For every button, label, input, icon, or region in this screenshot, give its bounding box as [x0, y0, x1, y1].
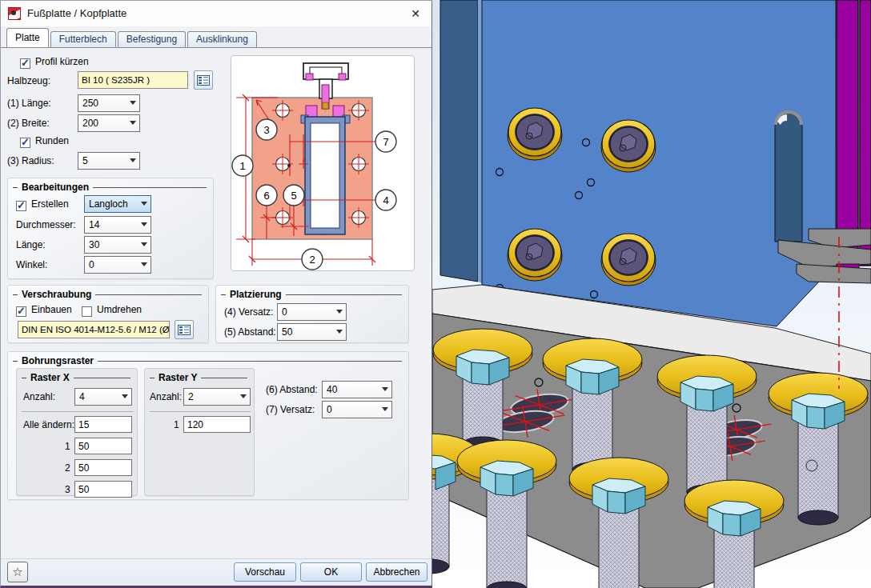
durchmesser-combo[interactable]: 14	[84, 216, 151, 234]
breite-combo[interactable]: 200	[78, 114, 140, 132]
laenge2-combo[interactable]: 30	[84, 236, 151, 254]
tab-ausklinkung[interactable]: Ausklinkung	[187, 31, 257, 47]
chevron-down-icon[interactable]	[122, 394, 128, 398]
tab-futterblech[interactable]: Futterblech	[50, 31, 116, 47]
halbzeug-field[interactable]: BI 10 ( S235JR )	[78, 71, 188, 89]
ok-button[interactable]: OK	[300, 562, 362, 582]
group-title: Platzierung	[230, 289, 282, 300]
breite-label: (2) Breite:	[7, 118, 50, 129]
tab-platte[interactable]: Platte	[6, 28, 49, 47]
chevron-down-icon[interactable]	[141, 262, 147, 266]
channel-profile	[301, 115, 350, 234]
chevron-down-icon[interactable]	[130, 101, 136, 105]
svg-text:6: 6	[263, 190, 269, 202]
plate-preview-panel: 1 2 3 4 5 6 7	[231, 55, 415, 271]
vorschau-button[interactable]: Vorschau	[234, 562, 296, 582]
laenge-label: (1) Länge:	[7, 98, 51, 109]
raster-x-row3-input[interactable]	[74, 481, 132, 498]
group-bearbeitungen: Bearbeitungen Erstellen Langloch Durchme…	[7, 178, 214, 279]
cad-3d-scene[interactable]	[432, 0, 871, 588]
anzahl-y-label: Anzahl:	[150, 391, 182, 402]
chevron-down-icon[interactable]	[382, 407, 388, 411]
svg-text:5: 5	[291, 190, 296, 202]
table-icon	[197, 75, 210, 86]
group-verschraubung: Verschraubung Einbauen Umdrehen DIN EN I…	[7, 285, 209, 343]
chevron-down-icon[interactable]	[382, 387, 388, 391]
plate-preview-diagram: 1 2 3 4 5 6 7	[231, 56, 414, 270]
svg-text:2: 2	[309, 254, 315, 266]
umdrehen-label: Umdrehen	[97, 304, 142, 315]
versatz4-label: (4) Versatz:	[224, 306, 273, 318]
runden-checkbox[interactable]	[20, 138, 30, 148]
group-bohrungsraster: Bohrungsraster Raster X Anzahl: 4 Alle ä…	[7, 351, 409, 500]
chevron-down-icon[interactable]	[336, 330, 343, 334]
group-platzierung: Platzierung (4) Versatz: 0 (5) Abstand: …	[215, 285, 409, 343]
close-icon[interactable]: ✕	[406, 5, 425, 22]
svg-text:7: 7	[383, 136, 388, 148]
laenge-combo[interactable]: 250	[78, 94, 140, 112]
svg-text:3: 3	[263, 124, 269, 136]
raster-x-row2-label: 2	[65, 462, 70, 474]
chevron-down-icon[interactable]	[130, 158, 136, 162]
group-title: Raster X	[30, 372, 70, 383]
versatz4-combo[interactable]: 0	[277, 303, 347, 321]
favorite-button[interactable]: ☆	[7, 562, 28, 582]
chevron-down-icon[interactable]	[336, 310, 343, 314]
raster-x-row2-input[interactable]	[74, 459, 132, 476]
chevron-down-icon[interactable]	[141, 222, 147, 226]
anzahl-x-label: Anzahl:	[23, 391, 55, 402]
chevron-down-icon[interactable]	[141, 242, 147, 246]
schraube-browse-button[interactable]	[175, 320, 194, 339]
abstand6-label: (6) Abstand:	[266, 384, 318, 395]
bearbeitung-art-combo[interactable]: Langloch	[84, 195, 151, 213]
group-title: Bohrungsraster	[22, 355, 94, 366]
dialog-titlebar[interactable]: Fußplatte / Kopfplatte ✕	[1, 1, 431, 26]
magenta-panels	[837, 0, 871, 266]
halbzeug-label: Halbzeug:	[7, 75, 50, 86]
dialog-footer: ☆ Vorschau OK Abbrechen	[1, 558, 431, 586]
einbauen-checkbox[interactable]	[16, 306, 26, 317]
alle-aendern-input[interactable]	[74, 416, 132, 433]
profil-kuerzen-checkbox[interactable]	[20, 58, 30, 69]
halbzeug-browse-button[interactable]	[194, 70, 213, 90]
divider	[150, 411, 251, 412]
chevron-down-icon[interactable]	[240, 394, 247, 398]
abstand5-label: (5) Abstand:	[224, 326, 276, 338]
raster-x-row3-label: 3	[65, 484, 70, 495]
tab-befestigung[interactable]: Befestigung	[118, 31, 186, 47]
winkel-combo[interactable]: 0	[84, 256, 151, 274]
erstellen-checkbox[interactable]	[16, 201, 26, 211]
raster-x-row1-input[interactable]	[74, 438, 132, 454]
chevron-down-icon[interactable]	[141, 202, 147, 206]
schraube-field[interactable]: DIN EN ISO 4014-M12-5.6 / M12 (Ø	[18, 321, 170, 338]
umdrehen-checkbox[interactable]	[82, 306, 92, 317]
svg-text:4: 4	[383, 194, 388, 206]
anzahl-y-combo[interactable]: 2	[183, 388, 251, 406]
raster-y-row1-input[interactable]	[183, 416, 251, 433]
cad-3d-viewport[interactable]	[432, 0, 871, 588]
app-icon	[8, 7, 21, 20]
raster-y-row1-label: 1	[174, 419, 179, 430]
radius-combo[interactable]: 5	[78, 152, 140, 170]
radius-label: (3) Radius:	[7, 155, 54, 166]
screen: Fußplatte / Kopfplatte ✕ Platte Futterbl…	[0, 0, 871, 588]
abstand6-combo[interactable]: 40	[322, 381, 392, 398]
runden-label: Runden	[35, 135, 69, 146]
durchmesser-label: Durchmesser:	[16, 219, 76, 230]
versatz7-combo[interactable]: 0	[322, 401, 392, 418]
table-icon	[178, 325, 191, 335]
abstand5-combo[interactable]: 50	[277, 323, 347, 341]
abbrechen-button[interactable]: Abbrechen	[366, 562, 427, 582]
tab-bar: Platte Futterblech Befestigung Ausklinku…	[1, 30, 431, 48]
divider	[22, 411, 134, 412]
alle-aendern-label: Alle ändern:	[23, 419, 74, 430]
erstellen-label: Erstellen	[31, 198, 69, 210]
ref-point	[287, 164, 291, 167]
group-raster-y: Raster Y Anzahl: 2 1	[144, 368, 255, 496]
anzahl-x-combo[interactable]: 4	[74, 388, 132, 406]
profil-kuerzen-label: Profil kürzen	[35, 56, 89, 67]
chevron-down-icon[interactable]	[130, 121, 136, 125]
group-title: Verschraubung	[22, 289, 91, 300]
versatz7-label: (7) Versatz:	[266, 404, 315, 415]
group-raster-x: Raster X Anzahl: 4 Alle ändern: 1 2 3	[16, 368, 138, 496]
